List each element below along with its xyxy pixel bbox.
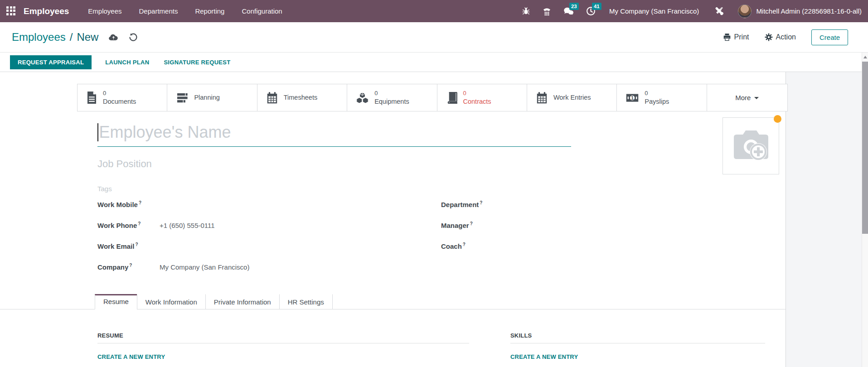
stat-value: 0 <box>103 90 136 97</box>
control-panel: Employees / New Print <box>0 22 868 53</box>
action-label: Action <box>776 33 796 41</box>
scroll-up-arrow[interactable] <box>863 56 867 58</box>
breadcrumb-current: New <box>77 31 98 43</box>
camera-plus-icon <box>730 128 772 164</box>
activities-icon[interactable]: 41 <box>586 6 596 16</box>
help-icon: ? <box>480 200 482 205</box>
stat-value: 0 <box>374 90 409 97</box>
skills-create-entry-link[interactable]: CREATE A NEW ENTRY <box>510 353 578 360</box>
company-value[interactable]: My Company (San Francisco) <box>160 263 250 271</box>
stat-button-work-entries[interactable]: Work Entries <box>527 84 617 111</box>
coach-label: Coach? <box>441 242 503 250</box>
systray: 23 41 My Company (San Francisco) Mitchel… <box>510 5 862 18</box>
resume-section-title: RESUME <box>97 332 469 343</box>
printer-icon <box>723 33 731 41</box>
book-icon <box>446 92 457 104</box>
main-menu: Employees Departments Reporting Configur… <box>88 7 282 15</box>
work-phone-value[interactable]: +1 (650) 555-0111 <box>160 222 250 229</box>
menu-departments[interactable]: Departments <box>139 7 178 15</box>
stat-label: Payslips <box>645 97 669 106</box>
field-company: Company? My Company (San Francisco) <box>97 263 369 275</box>
stat-button-timesheets[interactable]: Timesheets <box>257 84 347 111</box>
control-panel-actions: Print Action Create <box>723 29 848 45</box>
stat-button-equipments[interactable]: 0 Equipments <box>347 84 437 111</box>
money-icon: 1 <box>626 93 639 102</box>
stat-button-payslips[interactable]: 1 0 Payslips <box>617 84 707 111</box>
help-icon: ? <box>470 221 473 226</box>
apps-menu-icon[interactable] <box>6 6 16 16</box>
softphone-icon[interactable] <box>542 6 552 16</box>
notebook-tabs: Resume Work Information Private Informat… <box>0 294 786 309</box>
action-button[interactable]: Action <box>765 33 796 41</box>
menu-employees[interactable]: Employees <box>88 7 121 15</box>
job-position-input[interactable]: Job Position <box>97 158 152 170</box>
save-cloud-icon[interactable] <box>108 33 119 41</box>
tab-hr-settings[interactable]: HR Settings <box>279 294 333 309</box>
breadcrumb: Employees / New <box>12 31 98 43</box>
fields-left-column: Work Mobile? Work Phone? +1 (650) 555-01… <box>97 200 369 275</box>
messages-icon[interactable]: 23 <box>563 6 574 16</box>
more-label: More <box>735 94 751 101</box>
tab-private-information[interactable]: Private Information <box>205 294 280 309</box>
record-status-icons <box>108 33 138 42</box>
caret-down-icon <box>754 97 759 99</box>
bug-icon[interactable] <box>522 7 530 15</box>
stat-label: Timesheets <box>284 93 317 101</box>
work-mobile-label: Work Mobile? <box>97 200 160 208</box>
work-phone-label: Work Phone? <box>97 221 160 229</box>
tab-resume[interactable]: Resume <box>95 294 137 309</box>
manager-label: Manager? <box>441 221 503 229</box>
text-caret <box>97 123 98 141</box>
stat-label: Contracts <box>463 97 491 106</box>
employee-name-input[interactable]: Employee's Name <box>97 123 571 147</box>
print-button[interactable]: Print <box>723 33 749 41</box>
breadcrumb-separator: / <box>70 31 73 43</box>
stat-button-planning[interactable]: Planning <box>167 84 257 111</box>
company-switcher[interactable]: My Company (San Francisco) <box>609 7 699 15</box>
stat-buttons-row: 0 Documents Planning <box>77 84 788 111</box>
field-department: Department? <box>441 200 695 212</box>
tab-work-information[interactable]: Work Information <box>137 294 206 309</box>
stat-button-documents[interactable]: 0 Documents <box>78 84 167 111</box>
stat-value: 0 <box>463 90 491 97</box>
tags-input[interactable]: Tags <box>97 185 112 193</box>
stat-button-contracts[interactable]: 0 Contracts <box>437 84 527 111</box>
request-appraisal-button[interactable]: REQUEST APPRAISAL <box>10 55 92 69</box>
vertical-scrollbar[interactable] <box>862 53 868 367</box>
employee-photo-upload[interactable] <box>723 117 779 174</box>
skills-section: SKILLS CREATE A NEW ENTRY <box>510 332 765 361</box>
breadcrumb-employees-link[interactable]: Employees <box>12 31 66 43</box>
field-coach: Coach? <box>441 242 695 254</box>
launch-plan-button[interactable]: LAUNCH PLAN <box>104 55 150 69</box>
help-icon: ? <box>138 221 141 226</box>
help-icon: ? <box>463 242 466 247</box>
help-icon: ? <box>129 263 132 268</box>
menu-reporting[interactable]: Reporting <box>195 7 224 15</box>
create-button[interactable]: Create <box>811 29 848 45</box>
stat-label: Equipments <box>374 97 409 106</box>
discard-undo-icon[interactable] <box>129 33 138 42</box>
help-icon: ? <box>135 242 138 247</box>
scrollbar-thumb[interactable] <box>862 62 868 234</box>
document-icon <box>87 92 97 104</box>
stat-button-more[interactable]: More <box>707 84 787 111</box>
stat-label: Documents <box>103 97 136 106</box>
user-menu[interactable]: Mitchell Admin (22856981-16-0-all) <box>756 7 862 15</box>
app-brand[interactable]: Employees <box>24 6 69 16</box>
debug-tools-icon[interactable] <box>714 6 724 16</box>
form-statusbar: REQUEST APPRAISAL LAUNCH PLAN SIGNATURE … <box>0 53 868 72</box>
form-sheet: 0 Documents Planning <box>0 72 786 367</box>
resume-create-entry-link[interactable]: CREATE A NEW ENTRY <box>97 353 165 360</box>
gear-icon <box>765 33 773 41</box>
top-navbar: Employees Employees Departments Reportin… <box>0 0 868 22</box>
menu-configuration[interactable]: Configuration <box>242 7 282 15</box>
user-avatar[interactable] <box>738 5 752 18</box>
field-work-email: Work Email? <box>97 242 369 254</box>
activities-badge: 41 <box>592 3 601 10</box>
calendar-icon <box>267 92 278 104</box>
field-work-phone: Work Phone? +1 (650) 555-0111 <box>97 221 369 233</box>
company-label: Company? <box>97 263 160 271</box>
employee-name-placeholder: Employee's Name <box>99 123 231 142</box>
signature-request-button[interactable]: SIGNATURE REQUEST <box>163 55 231 69</box>
print-label: Print <box>734 33 749 41</box>
